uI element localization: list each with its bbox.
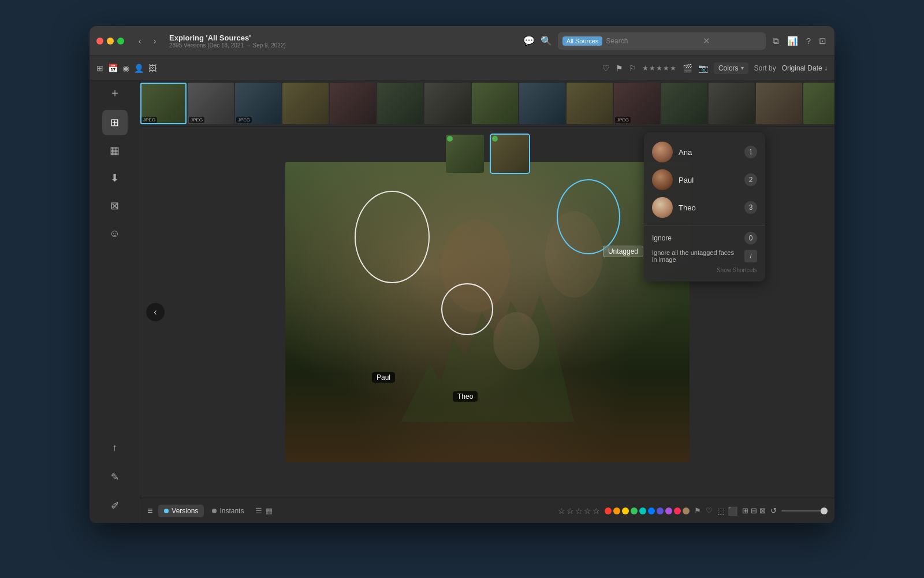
filmstrip-thumb-13[interactable]	[709, 83, 755, 124]
rotate-icon[interactable]: ↺	[770, 506, 777, 515]
star-rating-filter[interactable]: ★★★★★	[642, 64, 677, 72]
star-3[interactable]: ☆	[575, 506, 583, 516]
filmstrip-thumb-1[interactable]: JPEG	[140, 83, 187, 124]
window-title: Exploring 'All Sources'	[169, 34, 286, 42]
tab-versions[interactable]: Versions	[158, 505, 204, 517]
back-button[interactable]: ‹	[133, 35, 146, 47]
photo-icon[interactable]: 🖼	[148, 64, 157, 73]
edit-button-2[interactable]: ✐	[102, 493, 128, 518]
list-view-icon[interactable]: ☰	[255, 506, 262, 515]
help-icon[interactable]: ?	[805, 35, 812, 47]
color-brown[interactable]	[683, 507, 690, 514]
comment-icon[interactable]: 💬	[523, 35, 535, 46]
source-badge[interactable]: All Sources	[562, 36, 603, 46]
color-pink[interactable]	[674, 507, 681, 514]
person-row-ana[interactable]: Ana 1	[644, 138, 765, 166]
filmstrip-thumb-12[interactable]	[661, 83, 707, 124]
star-1[interactable]: ☆	[558, 506, 565, 516]
filmstrip-thumb-4[interactable]	[282, 83, 329, 124]
layout-auto-icon[interactable]: ⊞	[742, 506, 748, 515]
reject-icon[interactable]: ⚐	[629, 64, 636, 73]
sidebar-item-grid[interactable]: ▦	[102, 138, 128, 163]
flag-status-icon[interactable]: ⚑	[694, 506, 701, 515]
colors-dropdown[interactable]: Colors ▾	[714, 62, 748, 74]
face-scan-icon[interactable]: ⬛	[728, 506, 737, 516]
zoom-slider[interactable]	[781, 510, 828, 512]
color-purple[interactable]	[665, 507, 672, 514]
person-row-theo[interactable]: Theo 3	[644, 194, 765, 221]
sort-value[interactable]: Original Date ↓	[782, 64, 828, 72]
color-teal[interactable]	[639, 507, 646, 514]
mini-strip	[445, 134, 530, 174]
filmstrip-thumb-9[interactable]	[519, 83, 565, 124]
person-row-paul[interactable]: Paul 2	[644, 166, 765, 194]
color-indigo[interactable]	[657, 507, 664, 514]
minimize-button[interactable]	[107, 38, 114, 45]
filmstrip-thumb-2[interactable]: JPEG	[188, 83, 234, 124]
mini-thumb-2[interactable]	[490, 134, 530, 174]
clear-search-icon[interactable]: ✕	[702, 35, 711, 47]
face-detect-icon[interactable]: ⬚	[717, 506, 725, 516]
search-icon[interactable]: 🔍	[541, 35, 552, 46]
face-label-paul[interactable]: Paul	[372, 372, 395, 383]
histogram-icon[interactable]: 📊	[786, 35, 799, 47]
filmstrip-thumb-14[interactable]	[756, 83, 802, 124]
sidebar-item-view[interactable]: ⊞	[102, 110, 128, 135]
filmstrip-thumb-7[interactable]	[424, 83, 471, 124]
filmstrip-thumb-8[interactable]	[472, 83, 518, 124]
fullscreen-button[interactable]	[117, 38, 124, 45]
versions-dot	[164, 509, 169, 513]
color-green[interactable]	[631, 507, 638, 514]
star-2[interactable]: ☆	[567, 506, 574, 516]
tab-instants[interactable]: Instants	[206, 505, 249, 517]
grid-view-icon[interactable]: ▦	[266, 506, 273, 515]
photo-type-icon[interactable]: 📷	[698, 64, 708, 73]
colors-label: Colors	[718, 64, 739, 72]
color-yellow[interactable]	[622, 507, 629, 514]
filter-icon[interactable]: ⧉	[772, 35, 780, 47]
filmstrip-thumb-5[interactable]	[330, 83, 376, 124]
ignore-all-row[interactable]: Ignore all the untagged faces in image /	[644, 247, 765, 265]
color-blue[interactable]	[648, 507, 655, 514]
face-label-theo[interactable]: Theo	[453, 391, 478, 402]
filmstrip-thumb-10[interactable]	[567, 83, 613, 124]
star-rating: ☆ ☆ ☆ ☆ ☆	[558, 506, 600, 516]
layout-icon[interactable]: ⊡	[818, 35, 828, 47]
people-icon[interactable]: 👤	[134, 64, 144, 73]
export-icon: ↑	[112, 442, 117, 454]
mini-thumb-1[interactable]	[445, 134, 485, 174]
export-button[interactable]: ↑	[102, 435, 128, 461]
filmstrip-thumb-11[interactable]: JPEG	[614, 83, 660, 124]
face-label-untagged[interactable]: Untagged	[603, 246, 643, 257]
filmstrip-thumb-3[interactable]: JPEG	[235, 83, 281, 124]
location-icon[interactable]: ◉	[122, 64, 129, 73]
flag-icon[interactable]: ⚑	[616, 64, 623, 73]
filmstrip-thumb-15[interactable]	[803, 83, 834, 124]
star-4[interactable]: ☆	[584, 506, 591, 516]
menu-icon[interactable]: ≡	[147, 506, 152, 516]
color-red[interactable]	[605, 507, 612, 514]
prev-photo-button[interactable]: ‹	[146, 303, 165, 321]
star-5[interactable]: ☆	[593, 506, 600, 516]
media-type-icon[interactable]: 🎬	[683, 64, 692, 73]
show-shortcuts-label[interactable]: Show Shortcuts	[644, 265, 765, 276]
layout-fill-icon[interactable]: ⊠	[759, 506, 766, 515]
library-icon[interactable]: ⊞	[96, 64, 103, 73]
person-count-paul: 2	[744, 173, 757, 186]
slider-thumb[interactable]	[821, 507, 828, 514]
edit-button-1[interactable]: ✎	[102, 464, 128, 490]
calendar-icon[interactable]: 📅	[108, 64, 118, 73]
heart-status-icon[interactable]: ♡	[706, 506, 713, 515]
filmstrip[interactable]: JPEG JPEG JPEG	[140, 80, 834, 127]
color-orange[interactable]	[613, 507, 620, 514]
close-button[interactable]	[96, 38, 103, 45]
add-button[interactable]: ＋	[109, 85, 121, 101]
sidebar-item-faces[interactable]: ☺	[102, 221, 128, 246]
layout-fit-icon[interactable]: ⊟	[751, 506, 757, 515]
sidebar-item-map[interactable]: ⊠	[102, 193, 128, 218]
filmstrip-thumb-6[interactable]	[377, 83, 423, 124]
sidebar-item-import[interactable]: ⬇	[102, 165, 128, 191]
favorite-icon[interactable]: ♡	[602, 64, 610, 73]
search-input[interactable]	[606, 37, 698, 45]
forward-button[interactable]: ›	[148, 35, 161, 47]
